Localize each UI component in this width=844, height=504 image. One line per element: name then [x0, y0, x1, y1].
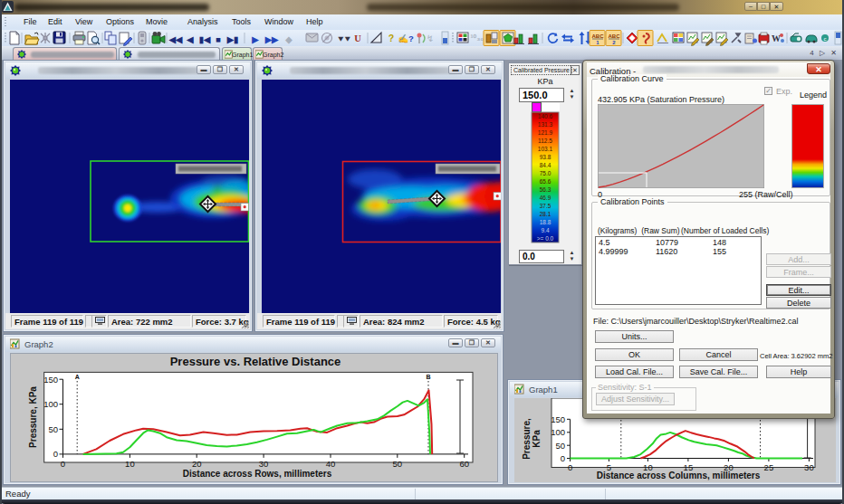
svg-text:131.3: 131.3 [538, 121, 553, 128]
svg-text:?: ? [388, 33, 394, 43]
svg-text:U: U [354, 33, 361, 43]
svg-text:65.6: 65.6 [540, 178, 551, 185]
svg-text:↯: ↯ [427, 33, 434, 43]
svg-text:9.4: 9.4 [541, 227, 549, 233]
svg-text:28.1: 28.1 [540, 211, 551, 217]
svg-text:140.6: 140.6 [538, 113, 553, 119]
svg-text:84.4: 84.4 [540, 162, 551, 168]
svg-text:100: 100 [43, 399, 58, 409]
svg-text:50: 50 [48, 424, 58, 434]
svg-text:25: 25 [764, 462, 774, 472]
svg-text:Distance across Columns, milli: Distance across Columns, millimeters [597, 471, 761, 480]
svg-text:ABC: ABC [609, 33, 621, 39]
svg-text:KPa: KPa [532, 430, 542, 448]
svg-text:>= 0.0: >= 0.0 [537, 235, 554, 242]
svg-text:0: 0 [61, 459, 65, 469]
svg-text:◀◀: ◀◀ [168, 34, 183, 44]
svg-text:A: A [75, 374, 80, 380]
svg-text:56.3: 56.3 [540, 186, 551, 193]
svg-text:▶▮: ▶▮ [226, 34, 239, 44]
svg-text:121.9: 121.9 [538, 129, 553, 136]
svg-text:103.1: 103.1 [538, 146, 553, 152]
svg-text:▮◀: ▮◀ [199, 34, 211, 44]
svg-text:0: 0 [561, 453, 565, 463]
svg-text:B: B [426, 374, 430, 380]
svg-text:18.8: 18.8 [540, 219, 551, 225]
svg-text:75.0: 75.0 [540, 170, 551, 176]
svg-text:112.5: 112.5 [538, 138, 552, 144]
svg-text:Pressure, KPa: Pressure, KPa [28, 386, 38, 448]
svg-text:46.9: 46.9 [540, 195, 551, 201]
svg-text:50: 50 [555, 441, 565, 451]
svg-text:✍?: ✍? [398, 33, 414, 44]
svg-text:◀: ◀ [186, 34, 194, 44]
svg-text:40: 40 [326, 459, 336, 469]
svg-text:0: 0 [568, 462, 572, 472]
svg-text:W: W [772, 33, 781, 43]
svg-text:Distance across Rows, millimet: Distance across Rows, millimeters [183, 469, 332, 479]
svg-text:c: c [824, 36, 827, 42]
svg-text:150: 150 [43, 375, 58, 385]
svg-text:■: ■ [216, 34, 221, 44]
svg-text:0: 0 [53, 449, 58, 459]
svg-text:▶▶: ▶▶ [264, 34, 279, 44]
svg-text:⯆⯆: ⯆⯆ [337, 34, 350, 44]
svg-text:◆: ◆ [284, 34, 293, 44]
svg-text:30: 30 [804, 462, 814, 472]
svg-text:60: 60 [459, 459, 469, 469]
svg-text:▶: ▶ [251, 34, 259, 44]
svg-text:50: 50 [393, 459, 403, 469]
svg-text:37.5: 37.5 [540, 203, 551, 209]
svg-text:20: 20 [192, 459, 202, 469]
svg-text:10: 10 [125, 459, 135, 469]
svg-text:30: 30 [259, 459, 269, 469]
svg-text:ABC: ABC [592, 33, 605, 39]
svg-text:100: 100 [551, 427, 565, 437]
svg-text:93.8: 93.8 [540, 154, 551, 160]
svg-text:Pressure vs. Relative Distance: Pressure vs. Relative Distance [170, 355, 341, 368]
svg-text:¹⁰₃₀: ¹⁰₃₀ [471, 33, 484, 43]
svg-text:Pressure,: Pressure, [522, 418, 532, 460]
svg-text:150: 150 [551, 414, 565, 424]
